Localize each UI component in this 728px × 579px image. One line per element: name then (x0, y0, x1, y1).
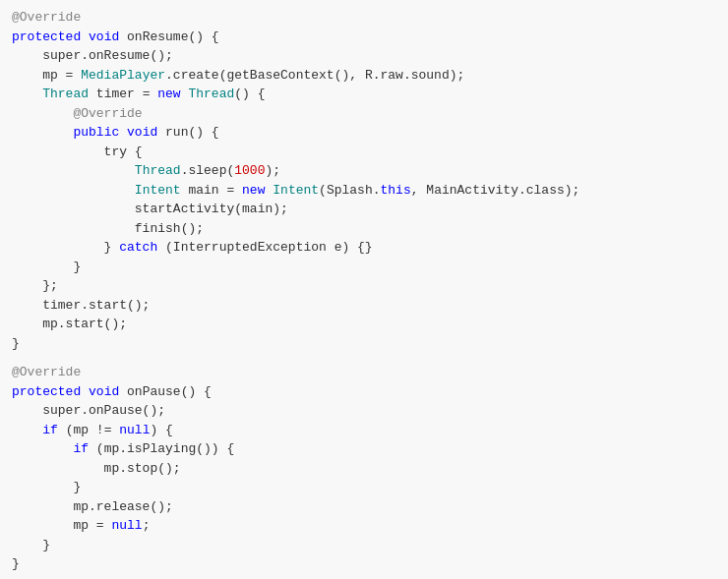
code-line: } catch (InterruptedException e) {} (12, 238, 716, 258)
code-token: timer = (89, 87, 157, 101)
code-token: @Override (12, 365, 81, 379)
code-line: timer.start(); (12, 296, 716, 316)
code-token: (InterruptedException e) {} (157, 240, 372, 255)
code-token: main = (181, 183, 242, 198)
code-token (12, 183, 135, 198)
code-token: finish(); (12, 221, 204, 236)
code-line: } (12, 536, 716, 555)
code-token: protected (12, 29, 81, 44)
code-line: finish(); (12, 219, 716, 239)
code-token: super.onPause(); (12, 403, 165, 418)
code-token: mp.stop(); (12, 461, 181, 476)
code-token: } (12, 538, 50, 552)
code-token: MediaPlayer (81, 68, 165, 83)
code-line: }; (12, 276, 716, 296)
code-line: startActivity(main); (12, 200, 716, 219)
code-token (12, 441, 73, 456)
code-line: if (mp.isPlaying()) { (12, 439, 716, 459)
code-token: (mp.isPlaying()) { (89, 441, 234, 456)
code-line: mp.start(); (12, 315, 716, 334)
code-line: public void run() { (12, 123, 716, 143)
code-token: } (12, 336, 20, 351)
code-token: catch (119, 240, 157, 255)
code-token: Thread (188, 87, 234, 101)
code-line: @Override (12, 8, 716, 28)
code-token (12, 163, 135, 178)
code-token: run() { (157, 125, 218, 140)
code-token: if (73, 441, 89, 456)
code-token: } (12, 260, 81, 274)
code-token (119, 125, 127, 140)
code-token: protected (12, 384, 81, 399)
code-line: mp = MediaPlayer.create(getBaseContext()… (12, 66, 716, 86)
code-token: ); (265, 163, 280, 178)
code-line: super.onPause(); (12, 401, 716, 421)
code-line: } (12, 334, 716, 354)
code-token (81, 29, 89, 44)
code-line (12, 353, 716, 363)
code-token: onResume() { (119, 29, 218, 44)
code-token: (mp != (58, 423, 119, 437)
code-token: (Splash. (319, 183, 380, 198)
code-token: } (12, 556, 20, 571)
code-line: try { (12, 143, 716, 162)
code-token: 1000 (234, 163, 265, 178)
code-line: super.onResume(); (12, 46, 716, 66)
code-token: , MainActivity.class); (411, 183, 580, 198)
code-line: } (12, 258, 716, 277)
code-token: Intent (273, 183, 319, 198)
code-token: ; (143, 518, 151, 533)
code-line: } (12, 478, 716, 497)
code-token: mp = (12, 68, 81, 83)
code-token: new (157, 87, 180, 101)
code-line: Intent main = new Intent(Splash.this, Ma… (12, 181, 716, 201)
code-line: mp.stop(); (12, 459, 716, 479)
code-token: void (89, 29, 119, 44)
code-token: @Override (12, 106, 143, 121)
code-token: if (42, 423, 58, 437)
code-token: mp = (12, 518, 111, 533)
code-token: new (242, 183, 265, 198)
code-token: try { (12, 145, 143, 159)
code-token: () { (234, 87, 265, 101)
code-token: }; (12, 278, 58, 293)
code-token: null (111, 518, 142, 533)
code-token: @Override (12, 10, 81, 25)
code-token: ) { (150, 423, 172, 437)
code-line: Thread timer = new Thread() { (12, 85, 716, 104)
code-line: if (mp != null) { (12, 421, 716, 440)
code-token (12, 125, 73, 140)
code-token (12, 87, 42, 101)
code-token: onPause() { (119, 384, 212, 399)
code-token: Thread (42, 87, 89, 101)
code-token: } (12, 480, 81, 494)
code-line: mp = null; (12, 516, 716, 536)
code-token: timer.start(); (12, 298, 150, 313)
code-line: protected void onPause() { (12, 382, 716, 402)
code-token (12, 423, 42, 437)
code-token: startActivity(main); (12, 202, 288, 216)
code-token: .create(getBaseContext(), R.raw.sound); (165, 68, 464, 83)
code-token: public (73, 125, 119, 140)
code-block: @Overrideprotected void onResume() { sup… (0, 0, 728, 579)
code-token: Intent (135, 183, 181, 198)
code-token: mp.start(); (12, 317, 127, 331)
code-token: super.onResume(); (12, 48, 173, 63)
code-token: mp.release(); (12, 499, 173, 514)
code-token (81, 384, 89, 399)
code-token: null (119, 423, 150, 437)
code-line: } (12, 554, 716, 574)
code-token: void (127, 125, 157, 140)
code-line: @Override (12, 363, 716, 382)
code-token: this (381, 183, 411, 198)
code-token: Thread (135, 163, 181, 178)
code-token: void (89, 384, 119, 399)
code-token: .sleep( (181, 163, 235, 178)
code-line: Thread.sleep(1000); (12, 161, 716, 181)
code-line: protected void onResume() { (12, 28, 716, 47)
code-line: @Override (12, 104, 716, 124)
code-token: } (12, 240, 119, 255)
code-line: mp.release(); (12, 497, 716, 517)
